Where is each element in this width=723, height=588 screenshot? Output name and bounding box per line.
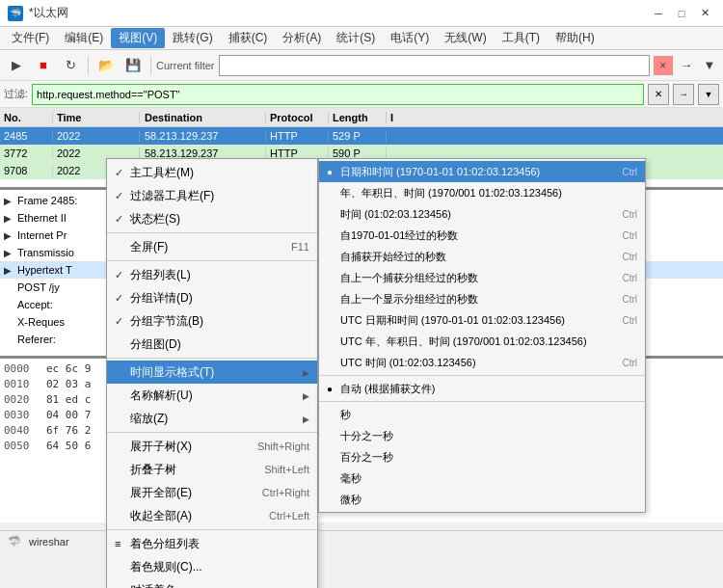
time-row-sec[interactable]: 秒 bbox=[319, 404, 645, 425]
menu-edit[interactable]: 编辑(E) bbox=[57, 28, 111, 48]
detail-text-http: Hypertext T bbox=[17, 264, 72, 276]
menu-divider-2 bbox=[107, 260, 317, 261]
shortcut-collapseall: Ctrl+Left bbox=[269, 510, 309, 521]
menu-row-expandtree[interactable]: 展开子树(X) Shift+Right bbox=[107, 435, 317, 458]
detail-text-post: POST /jy bbox=[17, 281, 60, 293]
label-zoom: 缩放(Z) bbox=[130, 411, 303, 427]
check-filter-toolbar: ✓ bbox=[115, 190, 130, 202]
menu-bar: 文件(F) 编辑(E) 视图(V) 跳转(G) 捕获(C) 分析(A) 统计(S… bbox=[0, 27, 723, 50]
time-row-time[interactable]: 时间 (01:02:03.123456) Ctrl bbox=[319, 203, 645, 225]
arrow-colorconv bbox=[303, 585, 309, 589]
toolbar-open[interactable]: 📂 bbox=[94, 53, 119, 78]
time-row-tenth[interactable]: 十分之一秒 bbox=[319, 425, 645, 446]
menu-row-pktdiag[interactable]: 分组图(D) bbox=[107, 333, 317, 356]
hex-offset-2: 0020 bbox=[4, 393, 39, 406]
menu-phone[interactable]: 电话(Y) bbox=[383, 28, 437, 48]
menu-analyze[interactable]: 分析(A) bbox=[275, 28, 329, 48]
cell-no-2: 3772 bbox=[0, 147, 53, 159]
arrow-timeformat bbox=[303, 367, 309, 378]
menu-row-pktbytes[interactable]: ✓ 分组字节流(B) bbox=[107, 309, 317, 333]
time-row-micro[interactable]: 微秒 bbox=[319, 489, 645, 510]
label-utcyearday: UTC 年、年积日、时间 (1970/001 01:02:03.123456) bbox=[340, 334, 637, 349]
menu-tools[interactable]: 工具(T) bbox=[495, 28, 548, 48]
time-row-hundredth[interactable]: 百分之一秒 bbox=[319, 446, 645, 468]
toolbar-save[interactable]: 💾 bbox=[120, 53, 146, 78]
detail-arrow-tcp: ▶ bbox=[4, 248, 17, 258]
menu-row-colorconv[interactable]: 对话着色 bbox=[107, 578, 317, 588]
filter-bookmark-button[interactable]: ▼ bbox=[700, 56, 719, 75]
label-sec: 秒 bbox=[340, 408, 637, 422]
label-filter-toolbar: 过滤器工具栏(F) bbox=[130, 188, 309, 204]
maximize-button[interactable]: □ bbox=[671, 3, 692, 24]
shortcut-fullscreen: F11 bbox=[291, 241, 309, 253]
menu-row-pktdetail[interactable]: ✓ 分组详情(D) bbox=[107, 286, 317, 309]
menu-row-expandall[interactable]: 展开全部(E) Ctrl+Right bbox=[107, 481, 317, 504]
menu-row-collapsetree[interactable]: 折叠子树 Shift+Left bbox=[107, 458, 317, 481]
label-milli: 毫秒 bbox=[340, 471, 637, 486]
menu-row-colorrules[interactable]: 着色规则(C)... bbox=[107, 555, 317, 578]
filter-arrow-button[interactable]: → bbox=[673, 84, 694, 105]
label-timeformat: 时间显示格式(T) bbox=[130, 364, 303, 381]
menu-help[interactable]: 帮助(H) bbox=[548, 28, 602, 48]
shortcut-expandtree: Shift+Right bbox=[257, 441, 309, 452]
toolbar-start[interactable]: ▶ bbox=[4, 53, 29, 78]
detail-arrow-frame: ▶ bbox=[4, 196, 17, 206]
time-row-auto[interactable]: ● 自动 (根据捕获文件) bbox=[319, 378, 645, 399]
filter-apply-button[interactable]: → bbox=[677, 56, 696, 75]
shortcut-prevpkt: Ctrl bbox=[622, 273, 637, 283]
filter-clear-button[interactable]: ✕ bbox=[654, 56, 673, 75]
packet-row-1[interactable]: 2485 2022 58.213.129.237 HTTP 529 P bbox=[0, 127, 723, 145]
main-toolbar: ▶ ■ ↻ 📂 💾 Current filter ✕ → ▼ bbox=[0, 50, 723, 81]
menu-view[interactable]: 视图(V) bbox=[111, 28, 165, 48]
menu-row-fullscreen[interactable]: 全屏(F) F11 bbox=[107, 235, 317, 258]
shortcut-utctime: Ctrl bbox=[622, 358, 637, 368]
status-text: wireshar bbox=[29, 536, 69, 548]
filter-dropdown-button[interactable]: ▼ bbox=[698, 84, 719, 105]
menu-wireless[interactable]: 无线(W) bbox=[437, 28, 494, 48]
time-row-utctime[interactable]: UTC 时间 (01:02:03.123456) Ctrl bbox=[319, 352, 645, 373]
toolbar-stop[interactable]: ■ bbox=[31, 53, 56, 78]
time-row-utcyearday[interactable]: UTC 年、年积日、时间 (1970/001 01:02:03.123456) bbox=[319, 331, 645, 352]
time-row-milli[interactable]: 毫秒 bbox=[319, 468, 645, 489]
check-pktlist: ✓ bbox=[115, 269, 130, 281]
menu-stats[interactable]: 统计(S) bbox=[329, 28, 383, 48]
minimize-button[interactable]: ─ bbox=[648, 3, 669, 24]
menu-row-timeformat[interactable]: 时间显示格式(T) bbox=[107, 361, 317, 384]
menu-row-pktlist[interactable]: ✓ 分组列表(L) bbox=[107, 263, 317, 286]
filter-input[interactable] bbox=[219, 55, 650, 76]
toolbar-separator-2 bbox=[150, 56, 151, 75]
menu-divider-5 bbox=[107, 529, 317, 530]
time-row-utcdatetime[interactable]: UTC 日期和时间 (1970-01-01 01:02:03.123456) C… bbox=[319, 309, 645, 331]
menu-row-zoom[interactable]: 缩放(Z) bbox=[107, 407, 317, 430]
cell-dst-1: 58.213.129.237 bbox=[141, 130, 266, 142]
filter-x-button[interactable]: ✕ bbox=[648, 84, 669, 105]
label-epoch: 自1970-01-01经过的秒数 bbox=[340, 228, 622, 243]
time-row-prevdisp[interactable]: 自上一个显示分组经过的秒数 Ctrl bbox=[319, 288, 645, 309]
time-row-datetime[interactable]: ● 日期和时间 (1970-01-01 01:02:03.123456) Ctr… bbox=[319, 161, 645, 182]
toolbar-restart[interactable]: ↻ bbox=[58, 53, 83, 78]
menu-row-colorlist[interactable]: ≡ 着色分组列表 bbox=[107, 532, 317, 555]
time-row-epoch[interactable]: 自1970-01-01经过的秒数 Ctrl bbox=[319, 225, 645, 246]
menu-row-main-toolbar[interactable]: ✓ 主工具栏(M) bbox=[107, 161, 317, 184]
col-header-proto: Protocol bbox=[266, 112, 329, 123]
close-button[interactable]: ✕ bbox=[694, 3, 715, 24]
menu-row-nameresolution[interactable]: 名称解析(U) bbox=[107, 384, 317, 407]
time-row-capture[interactable]: 自捕获开始经过的秒数 Ctrl bbox=[319, 246, 645, 267]
menu-row-filter-toolbar[interactable]: ✓ 过滤器工具栏(F) bbox=[107, 184, 317, 207]
hex-offset-1: 0010 bbox=[4, 378, 39, 390]
packet-list-header: No. Time Destination Protocol Length I bbox=[0, 108, 723, 127]
time-row-yearday[interactable]: 年、年积日、时间 (1970/001 01:02:03.123456) bbox=[319, 182, 645, 203]
check-main-toolbar: ✓ bbox=[115, 167, 130, 179]
menu-divider-1 bbox=[107, 232, 317, 233]
active-filter-label: 过滤: bbox=[4, 87, 28, 101]
status-shark-icon: 🦈 bbox=[8, 535, 21, 548]
label-statusbar: 状态栏(S) bbox=[130, 211, 309, 227]
menu-file[interactable]: 文件(F) bbox=[4, 28, 57, 48]
label-fullscreen: 全屏(F) bbox=[130, 239, 283, 255]
menu-jump[interactable]: 跳转(G) bbox=[165, 28, 220, 48]
menu-row-statusbar[interactable]: ✓ 状态栏(S) bbox=[107, 207, 317, 230]
menu-row-collapseall[interactable]: 收起全部(A) Ctrl+Left bbox=[107, 504, 317, 527]
menu-capture[interactable]: 捕获(C) bbox=[221, 28, 276, 48]
label-tenth: 十分之一秒 bbox=[340, 429, 637, 443]
time-row-prevpkt[interactable]: 自上一个捕获分组经过的秒数 Ctrl bbox=[319, 267, 645, 288]
